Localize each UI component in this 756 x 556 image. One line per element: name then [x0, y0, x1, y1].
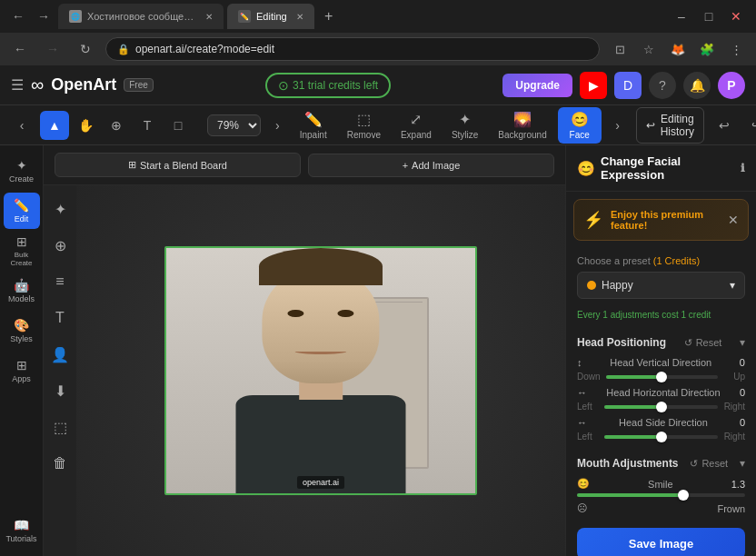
- zoom-select[interactable]: 79%: [207, 114, 261, 136]
- discord-btn[interactable]: D: [614, 72, 642, 99]
- smile-thumb[interactable]: [678, 490, 689, 501]
- smile-slider[interactable]: [577, 493, 745, 497]
- vertical-direction-icon: ↕: [577, 357, 582, 368]
- inpaint-tool-btn[interactable]: ✏️ Inpaint: [291, 107, 336, 144]
- hamburger-btn[interactable]: ☰: [11, 76, 24, 94]
- expand-label: Expand: [401, 130, 432, 140]
- mouth-reset-btn[interactable]: ↺ Reset: [690, 458, 728, 470]
- text-tool-btn[interactable]: T: [133, 111, 162, 140]
- head-positioning-expand-btn[interactable]: ▾: [740, 336, 745, 349]
- address-field[interactable]: 🔒 openart.ai/create?mode=edit: [105, 37, 600, 61]
- head-side-value: 0: [740, 417, 745, 428]
- redo-btn[interactable]: ↪: [742, 111, 756, 140]
- sidebar-tutorials-btn[interactable]: 📖 Tutorials: [4, 512, 40, 549]
- logo-area: ☰ ∞ OpenArt Free: [11, 74, 154, 95]
- more-tools-btn[interactable]: ›: [603, 111, 632, 140]
- remove-tool-btn[interactable]: ⬚ Remove: [338, 107, 390, 144]
- layers-tool-btn[interactable]: ≡: [44, 265, 76, 298]
- select-tool-btn[interactable]: ▲: [40, 111, 69, 140]
- next-canvas-btn[interactable]: ›: [275, 111, 280, 140]
- side-fill: [604, 435, 662, 439]
- notifications-btn[interactable]: 🔔: [683, 72, 711, 99]
- image-container[interactable]: openart.ai: [164, 246, 477, 495]
- head-side-slider[interactable]: Left Right: [577, 432, 745, 442]
- forward-btn[interactable]: →: [40, 36, 65, 62]
- side-right-label: Right: [723, 432, 745, 442]
- add-image-btn[interactable]: + Add Image: [308, 154, 554, 177]
- crop-tool-btn[interactable]: ⊕: [44, 229, 76, 262]
- close-btn[interactable]: ✕: [723, 4, 749, 29]
- bookmark-btn[interactable]: ☆: [636, 36, 662, 62]
- youtube-btn[interactable]: ▶: [580, 72, 607, 99]
- head-positioning-reset-btn[interactable]: ↺ Reset: [684, 337, 722, 349]
- history-btn[interactable]: ↩ Editing History: [636, 107, 704, 144]
- delete-btn[interactable]: 🗑: [44, 447, 76, 480]
- expand-tool-btn[interactable]: ⤢ Expand: [392, 107, 441, 144]
- stylize-tool-btn[interactable]: ✦ Stylize: [443, 107, 487, 144]
- sidebar-create-btn[interactable]: ✦ Create: [4, 153, 40, 189]
- extensions-btn[interactable]: 🧩: [694, 36, 720, 62]
- new-tab-btn[interactable]: +: [318, 5, 340, 27]
- background-tool-btn[interactable]: 🌄 Background: [489, 107, 555, 144]
- move-tool-btn[interactable]: ⊕: [102, 111, 131, 140]
- download-btn[interactable]: ⬇: [44, 374, 76, 407]
- window-controls: – □ ✕: [669, 4, 749, 29]
- prev-canvas-btn[interactable]: ‹: [7, 111, 36, 140]
- expand-icon: ⤢: [410, 111, 422, 128]
- undo-btn[interactable]: ↩: [710, 111, 739, 140]
- face-canvas-btn[interactable]: 👤: [44, 338, 76, 371]
- credits-btn[interactable]: ⊙ 31 trial credits left: [265, 73, 391, 98]
- maximize-btn[interactable]: □: [696, 4, 721, 29]
- side-thumb[interactable]: [656, 432, 667, 442]
- browser-forward-btn[interactable]: →: [33, 5, 55, 27]
- horizontal-track[interactable]: [604, 405, 718, 409]
- head-vertical-row: ↕ Head Vertical Direction 0 Down Up: [566, 354, 756, 384]
- sidebar-models-btn[interactable]: 🤖 Models: [4, 273, 40, 309]
- sidebar-edit-btn[interactable]: ✏️ Edit: [4, 193, 40, 229]
- save-btn-container: Save Image: [566, 521, 756, 556]
- vertical-thumb[interactable]: [656, 372, 667, 382]
- refresh-btn[interactable]: ↻: [73, 36, 98, 62]
- hand-tool-btn[interactable]: ✋: [71, 111, 100, 140]
- tab-2[interactable]: ✏️ Editing ✕: [227, 4, 314, 29]
- tab-1[interactable]: 🌐 Хостинговое сообщество «Ti... ✕: [58, 4, 224, 29]
- side-track[interactable]: [604, 435, 718, 439]
- tab-1-close[interactable]: ✕: [205, 12, 213, 22]
- browser-back-btn[interactable]: ←: [7, 5, 29, 27]
- back-btn[interactable]: ←: [7, 36, 33, 62]
- avatar[interactable]: P: [718, 72, 745, 99]
- mouth-expand-btn[interactable]: ▾: [740, 457, 745, 470]
- vertical-track[interactable]: [606, 375, 718, 379]
- help-btn[interactable]: ?: [649, 72, 676, 99]
- premium-close-btn[interactable]: ✕: [728, 213, 739, 227]
- preset-select[interactable]: Happy ▾: [577, 272, 745, 299]
- text-canvas-btn[interactable]: T: [44, 302, 76, 334]
- shape-tool-btn[interactable]: □: [164, 111, 193, 140]
- head-horizontal-label-row: ↔ Head Horizontal Direction 0: [577, 387, 745, 398]
- sidebar-styles-btn[interactable]: 🎨 Styles: [4, 313, 40, 349]
- frame-btn[interactable]: ⬚: [44, 411, 76, 443]
- sidebar-bulk-btn[interactable]: ⊞ BulkCreate: [4, 233, 40, 269]
- horizontal-thumb[interactable]: [656, 402, 667, 412]
- tab-2-close[interactable]: ✕: [296, 12, 303, 22]
- background-icon: 🌄: [513, 111, 532, 128]
- save-image-btn[interactable]: Save Image: [577, 528, 745, 556]
- head-vertical-slider[interactable]: Down Up: [577, 372, 745, 382]
- blend-board-btn[interactable]: ⊞ Start a Blend Board: [55, 153, 301, 177]
- menu-btn[interactable]: ⋮: [723, 36, 749, 62]
- main-canvas[interactable]: openart.ai: [76, 185, 565, 556]
- magic-tool-btn[interactable]: ✦: [44, 193, 76, 225]
- smile-track[interactable]: [577, 493, 745, 497]
- smile-icon: 😊: [577, 478, 590, 490]
- minimize-btn[interactable]: –: [669, 4, 694, 29]
- profile-btn[interactable]: 🦊: [665, 36, 691, 62]
- add-label: Add Image: [412, 160, 460, 171]
- upgrade-btn[interactable]: Upgrade: [502, 74, 572, 97]
- preset-section: Choose a preset (1 Credits) Happy ▾: [566, 248, 756, 306]
- head-horizontal-slider[interactable]: Left Right: [577, 402, 745, 412]
- cast-btn[interactable]: ⊡: [607, 36, 632, 62]
- face-tool-btn[interactable]: 😊 Face: [558, 107, 602, 144]
- background-label: Background: [498, 130, 546, 140]
- styles-icon: 🎨: [14, 318, 29, 333]
- sidebar-apps-btn[interactable]: ⊞ Apps: [4, 352, 40, 389]
